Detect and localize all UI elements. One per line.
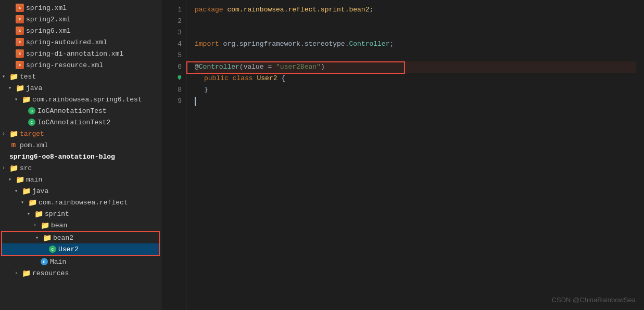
sidebar-item-bean[interactable]: 📁 bean	[0, 219, 161, 231]
sidebar-item-pom-xml[interactable]: m pom.xml	[0, 139, 161, 151]
folder-icon: 📁	[16, 84, 24, 92]
semicolon2: ;	[389, 38, 394, 50]
xml-file-icon: x	[16, 15, 24, 23]
sidebar-item-label: com.rainbowsea.reflect	[39, 199, 128, 206]
class-name-user2: User2	[257, 73, 281, 84]
xml-file-icon: x	[16, 61, 24, 69]
sidebar-item-label: java	[32, 187, 48, 195]
watermark: CSDN @ChinaRainbowSea	[552, 296, 636, 304]
folder-icon: 📁	[43, 234, 51, 242]
sidebar-item-spring-di-annotation-xml[interactable]: x spring-di-annotation.xml	[0, 48, 161, 59]
code-line-5	[195, 50, 636, 61]
keyword-package: package	[195, 4, 227, 16]
sidebar-item-project-name[interactable]: spring6-oo8-anotation-blog	[0, 151, 161, 162]
arrow-icon	[8, 85, 15, 91]
class-icon: C	[28, 107, 35, 114]
annotation-name: Controller	[199, 61, 239, 73]
sidebar-item-src[interactable]: 📁 src	[0, 162, 161, 174]
folder-icon: 📁	[22, 95, 30, 104]
sidebar-item-label: src	[20, 164, 32, 172]
code-editor: 1 2 3 4 5 6 7 8 9 ●	[161, 0, 644, 310]
arrow-icon	[2, 73, 8, 80]
code-line-2	[195, 16, 636, 27]
sidebar-item-label: sprint	[45, 210, 69, 218]
value-param: value	[244, 61, 268, 73]
code-line-4: import org.springframework.stereotype. C…	[195, 38, 636, 50]
sidebar-item-main-class[interactable]: C Main	[0, 256, 161, 267]
main-class-icon: C	[41, 258, 48, 265]
code-lines[interactable]: package com.rainbowsea.reflect.sprint.be…	[186, 0, 644, 111]
sidebar-item-bean2[interactable]: 📁 bean2	[2, 232, 159, 243]
arrow-icon	[8, 176, 15, 183]
sidebar-item-user2[interactable]: C User2	[2, 243, 159, 255]
arrow-icon	[33, 223, 40, 228]
class-icon: C	[49, 246, 56, 253]
sidebar-item-test[interactable]: 📁 test	[0, 71, 161, 82]
import-class: Controller	[349, 38, 389, 50]
folder-icon: 📁	[34, 210, 43, 218]
package-path: com.rainbowsea.reflect.sprint.bean2	[227, 4, 369, 16]
arrow-icon	[27, 211, 33, 217]
sidebar-item-IoC-annotation-test[interactable]: C IoCAnnotationTest	[0, 105, 161, 117]
xml-file-icon: x	[16, 38, 24, 46]
xml-file-icon: x	[16, 49, 24, 58]
sidebar-item-IoC-annotation-test2[interactable]: C IoCAnnotationTest2	[0, 117, 161, 128]
project-name-label: spring6-oo8-anotation-blog	[9, 153, 115, 161]
at-sign: @	[195, 61, 199, 73]
file-tree[interactable]: x spring.xml x spring2.xml x spring6.xml…	[0, 0, 161, 310]
sidebar-item-main[interactable]: 📁 main	[0, 174, 161, 185]
code-line-3	[195, 27, 636, 38]
bean2-highlight-box: 📁 bean2 C User2	[1, 231, 160, 256]
class-icon: C	[28, 119, 35, 126]
sidebar-item-label: target	[20, 130, 44, 138]
sidebar-item-spring2-xml[interactable]: x spring2.xml	[0, 14, 161, 25]
folder-icon: 📁	[9, 72, 18, 81]
sidebar-item-java-test[interactable]: 📁 java	[0, 82, 161, 94]
sidebar-item-com-rainbowsea-spring6-test[interactable]: 📁 com.rainbowsea.spring6.test	[0, 94, 161, 105]
string-value: "user2Bean"	[276, 61, 321, 73]
sidebar-item-label: bean	[51, 222, 67, 229]
sidebar-item-spring-resource-xml[interactable]: x spring-resource.xml	[0, 59, 161, 71]
sidebar-item-label: test	[20, 73, 36, 81]
equals: =	[268, 61, 276, 73]
sidebar-item-com-rainbowsea-reflect[interactable]: 📁 com.rainbowsea.reflect	[0, 197, 161, 208]
sidebar-item-label: spring-di-annotation.xml	[26, 50, 123, 58]
code-line-1: package com.rainbowsea.reflect.sprint.be…	[195, 4, 636, 16]
folder-icon: 📁	[9, 130, 18, 138]
paren-open: (	[239, 61, 244, 73]
brace-open: {	[281, 73, 285, 84]
sidebar-item-label: spring6.xml	[26, 27, 71, 35]
sidebar-item-label: Main	[50, 258, 66, 266]
semicolon: ;	[369, 4, 373, 16]
sidebar-item-java-main[interactable]: 📁 java	[0, 185, 161, 197]
sidebar-item-spring-autowired-xml[interactable]: x spring-autowired.xml	[0, 36, 161, 48]
sidebar-item-label: IoCAnnotationTest2	[37, 119, 110, 126]
arrow-icon	[15, 96, 21, 102]
sidebar-item-spring6-xml[interactable]: x spring6.xml	[0, 25, 161, 36]
keyword-import: import	[195, 38, 223, 50]
folder-icon: 📁	[41, 221, 49, 229]
folder-icon: 📁	[16, 175, 24, 184]
code-content-area[interactable]: ● package com.rainbowsea.reflect.sprint.…	[186, 0, 644, 310]
brace-close: }	[204, 84, 208, 96]
sidebar-item-label: java	[26, 84, 42, 92]
paren-close: )	[321, 61, 325, 73]
sidebar-item-label: bean2	[53, 234, 73, 242]
line-numbers: 1 2 3 4 5 6 7 8 9	[161, 0, 186, 310]
gutter-run-icon[interactable]: ●	[177, 73, 182, 82]
cursor	[195, 97, 196, 106]
sidebar-item-target[interactable]: 📁 target	[0, 128, 161, 139]
sidebar-item-label: spring2.xml	[26, 16, 71, 23]
folder-icon: 📁	[22, 187, 30, 195]
sidebar-item-spring-xml[interactable]: x spring.xml	[0, 2, 161, 14]
code-line-9	[195, 96, 636, 107]
sidebar-item-label: resources	[32, 269, 69, 277]
xml-file-icon: x	[16, 27, 24, 35]
arrow-icon	[15, 270, 21, 276]
keyword-class: class	[233, 73, 257, 84]
sidebar-item-resources[interactable]: 📁 resources	[0, 267, 161, 279]
folder-icon: 📁	[22, 269, 30, 277]
sidebar-item-sprint[interactable]: 📁 sprint	[0, 208, 161, 219]
import-path: org.springframework.stereotype.	[223, 38, 349, 50]
sidebar-item-label: com.rainbowsea.spring6.test	[32, 96, 142, 104]
